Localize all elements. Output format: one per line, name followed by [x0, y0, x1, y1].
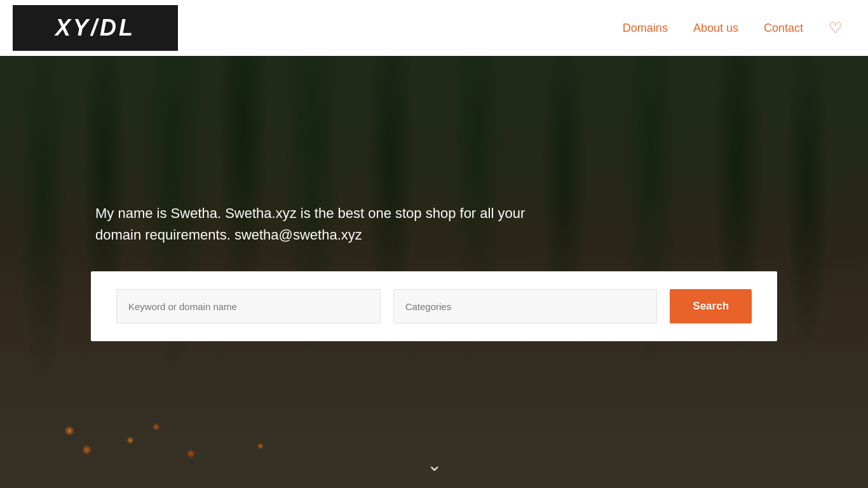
- nav-domains[interactable]: Domains: [623, 22, 668, 35]
- nav-contact[interactable]: Contact: [764, 22, 803, 35]
- search-bar: Search: [91, 271, 777, 341]
- search-keyword-input[interactable]: [116, 289, 381, 323]
- scroll-down-chevron[interactable]: ⌄: [427, 454, 442, 475]
- logo: XY/DL: [13, 5, 178, 51]
- heart-icon[interactable]: ♡: [829, 19, 843, 37]
- nav: Domains About us Contact ♡: [623, 19, 843, 37]
- header: XY/DL Domains About us Contact ♡: [0, 0, 868, 56]
- categories-input[interactable]: [393, 289, 658, 323]
- logo-text: XY/DL: [55, 15, 135, 41]
- search-button[interactable]: Search: [670, 289, 752, 323]
- nav-about-us[interactable]: About us: [693, 22, 738, 35]
- hero-description: My name is Swetha. Swetha.xyz is the bes…: [95, 203, 566, 246]
- hero-content: My name is Swetha. Swetha.xyz is the bes…: [0, 56, 868, 488]
